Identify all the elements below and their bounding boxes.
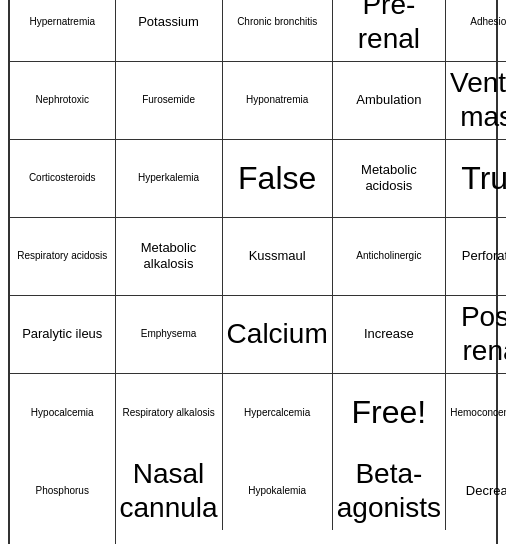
bingo-cell[interactable]: Decrease [446,452,506,530]
cell-label: Anticholinergic [356,250,421,262]
bingo-cell[interactable]: Respiratory alkalosis [116,374,223,452]
cell-label: Adhesions [470,16,506,28]
bingo-cell[interactable]: Corticosteroids [10,140,116,218]
cell-label: Free! [352,393,427,431]
bingo-cell[interactable]: Nephrotoxic [10,62,116,140]
cell-label: Nephrotoxic [36,94,89,106]
bingo-cell[interactable]: True [446,140,506,218]
cell-label: True [461,159,506,197]
bingo-cell[interactable]: Hyperkalemia [116,140,223,218]
bingo-cell[interactable]: Anticholinergic [333,218,446,296]
cell-label: Hypernatremia [29,16,95,28]
bingo-cell[interactable]: Nasal cannula [116,452,223,530]
bingo-cell[interactable]: Hypernatremia [10,0,116,62]
bingo-cell[interactable]: Potassium [116,0,223,62]
bingo-cell[interactable]: Isotonic [10,530,116,545]
cell-label: Ambulation [356,92,421,108]
cell-label: Hyponatremia [246,94,308,106]
bingo-cell[interactable]: Metabolic alkalosis [116,218,223,296]
bingo-cell[interactable]: Increase [333,296,446,374]
cell-label: Nasal cannula [120,457,218,524]
bingo-cell[interactable]: Hyponatremia [223,62,333,140]
bingo-cell[interactable]: Post-renal [446,296,506,374]
cell-label: Venturi mask [450,66,506,133]
cell-label: Post-renal [450,300,506,367]
cell-label: Potassium [138,14,199,30]
bingo-cell[interactable]: Chronic bronchitis [223,0,333,62]
cell-label: Increase [364,326,414,342]
bingo-cell[interactable]: Kussmaul [223,218,333,296]
cell-label: Respiratory alkalosis [122,407,214,419]
cell-label: False [238,159,316,197]
bingo-card: BINGO HypernatremiaPotassiumChronic bron… [8,0,498,544]
cell-label: Corticosteroids [29,172,96,184]
bingo-cell[interactable]: Pre-renal [333,0,446,62]
bingo-cell[interactable]: Furosemide [116,62,223,140]
cell-label: Emphysema [141,328,197,340]
cell-label: Calcium [227,317,328,351]
bingo-cell[interactable]: Respiratory acidosis [10,218,116,296]
cell-label: Hyperkalemia [138,172,199,184]
cell-label: Kussmaul [249,248,306,264]
bingo-cell[interactable]: Venturi mask [446,62,506,140]
bingo-cell[interactable]: Ambulation [333,62,446,140]
bingo-cell[interactable]: Beta-agonists [333,452,446,530]
bingo-cell[interactable]: Hypocalcemia [10,374,116,452]
bingo-cell[interactable]: Phosphorus [10,452,116,530]
bingo-cell[interactable]: Paralytic ileus [10,296,116,374]
bingo-cell[interactable]: Hypokalemia [223,452,333,530]
bingo-grid: HypernatremiaPotassiumChronic bronchitis… [10,0,496,544]
bingo-cell[interactable]: Metabolic acidosis [333,140,446,218]
bingo-cell[interactable]: Hemoconcentration [446,374,506,452]
cell-label: Pre-renal [337,0,441,56]
cell-label: Respiratory acidosis [17,250,107,262]
cell-label: Chronic bronchitis [237,16,317,28]
cell-label: Perforation [462,248,506,264]
bingo-cell[interactable]: Perforation [446,218,506,296]
bingo-cell[interactable]: Free! [333,374,446,452]
cell-label: Phosphorus [36,485,89,497]
bingo-cell[interactable]: Calcium [223,296,333,374]
bingo-cell[interactable]: Adhesions [446,0,506,62]
bingo-cell[interactable]: Hypercalcemia [223,374,333,452]
cell-label: Hemoconcentration [450,407,506,419]
cell-label: Hypocalcemia [31,407,94,419]
cell-label: Paralytic ileus [22,326,102,342]
bingo-cell[interactable]: False [223,140,333,218]
cell-label: Metabolic alkalosis [120,240,218,271]
cell-label: Hypokalemia [248,485,306,497]
cell-label: Metabolic acidosis [337,162,441,193]
cell-label: Beta-agonists [337,457,441,524]
bingo-cell[interactable]: Emphysema [116,296,223,374]
cell-label: Furosemide [142,94,195,106]
cell-label: Hypercalcemia [244,407,310,419]
cell-label: Decrease [466,483,506,499]
